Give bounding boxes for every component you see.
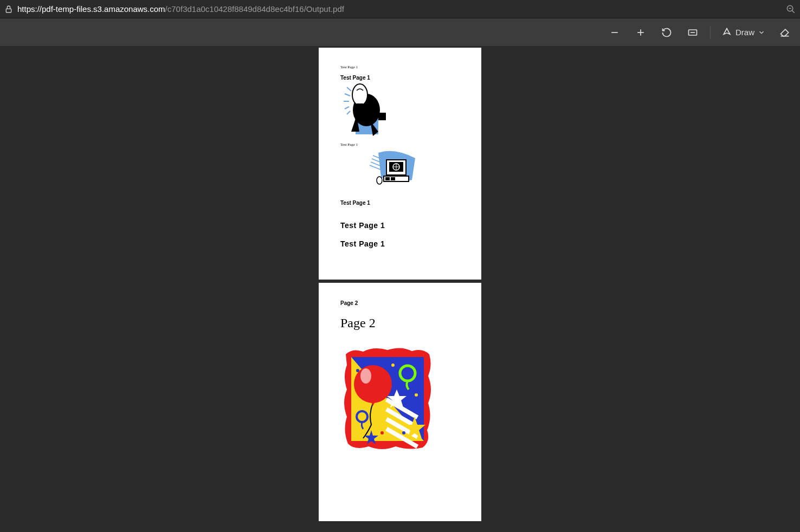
draw-cursor-icon (721, 27, 732, 38)
pdf-toolbar: Draw (0, 18, 800, 47)
url-path: /c70f3d1a0c10428f8849d84d8ec4bf16/Output… (165, 4, 344, 14)
rotate-icon (661, 27, 672, 38)
page1-text-bold2: Test Page 1 (340, 200, 460, 206)
svg-rect-27 (385, 177, 390, 180)
fit-page-icon (687, 27, 698, 38)
svg-point-49 (415, 393, 418, 397)
page1-text-large2: Test Page 1 (340, 239, 460, 248)
businessman-lightbulb-clipart (340, 83, 397, 137)
zoom-search-icon[interactable] (786, 4, 796, 14)
zoom-out-button[interactable] (606, 24, 623, 41)
svg-rect-15 (357, 103, 363, 106)
chevron-down-icon (758, 29, 765, 36)
computer-clipart (367, 150, 419, 193)
fit-page-button[interactable] (684, 24, 701, 41)
svg-point-51 (356, 369, 359, 372)
url-domain: https://pdf-temp-files.s3.amazonaws.com (17, 4, 165, 14)
svg-line-19 (345, 107, 349, 109)
svg-line-33 (370, 165, 380, 170)
erase-icon (779, 27, 790, 38)
pdf-viewer[interactable]: Test Page 1 Test Page 1 Test Page 1 (0, 47, 800, 532)
page1-text-large1: Test Page 1 (340, 221, 460, 230)
svg-point-29 (377, 177, 382, 184)
url-display[interactable]: https://pdf-temp-files.s3.amazonaws.com/… (17, 4, 782, 14)
svg-rect-0 (6, 9, 11, 12)
svg-line-20 (347, 111, 350, 114)
svg-line-2 (792, 10, 795, 13)
zoom-in-button[interactable] (632, 24, 649, 41)
svg-point-52 (380, 431, 384, 434)
draw-button[interactable]: Draw (719, 24, 767, 41)
svg-rect-28 (391, 177, 395, 180)
plus-icon (635, 27, 646, 38)
address-bar: https://pdf-temp-files.s3.amazonaws.com/… (0, 0, 800, 18)
toolbar-divider (710, 26, 711, 39)
svg-point-50 (402, 431, 405, 434)
minus-icon (609, 27, 620, 38)
page1-text-tiny2: Test Page 1 (340, 142, 460, 147)
pdf-page-1: Test Page 1 Test Page 1 Test Page 1 (319, 48, 481, 280)
svg-point-48 (391, 364, 395, 367)
page1-text-bold1: Test Page 1 (340, 75, 460, 81)
svg-line-17 (345, 94, 350, 96)
svg-line-16 (347, 87, 351, 91)
page2-text-small: Page 2 (340, 300, 460, 306)
svg-point-14 (352, 84, 367, 106)
erase-button[interactable] (776, 24, 793, 41)
rotate-button[interactable] (658, 24, 675, 41)
page2-text-large: Page 2 (340, 316, 460, 330)
lock-icon (4, 5, 13, 14)
svg-point-41 (360, 368, 371, 384)
page1-text-tiny1: Test Page 1 (340, 65, 460, 69)
svg-point-40 (354, 365, 392, 403)
balloon-party-clipart (341, 343, 434, 452)
pdf-page-2: Page 2 Page 2 (319, 283, 481, 521)
draw-label: Draw (736, 28, 754, 37)
